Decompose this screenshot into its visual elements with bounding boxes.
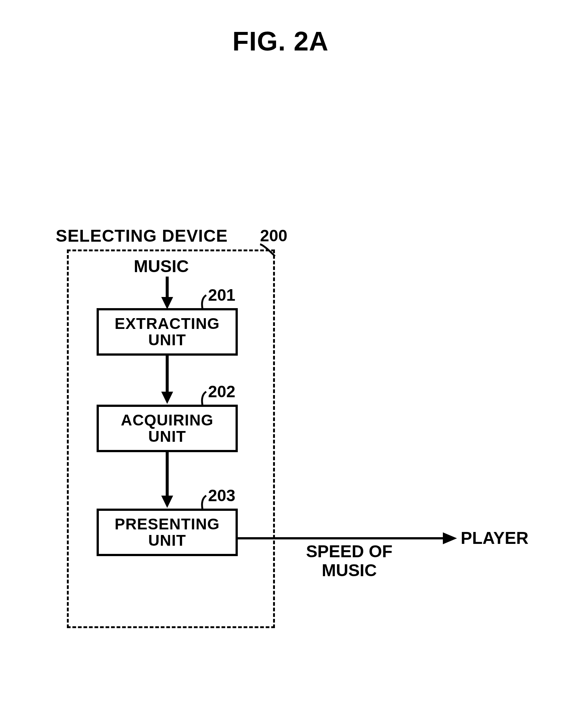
output-line2: MUSIC: [297, 561, 401, 580]
figure-title: FIG. 2A: [0, 26, 561, 56]
player-label: PLAYER: [461, 528, 528, 548]
selecting-device-container: SELECTING DEVICE 200 MUSIC EXTRACTING UN…: [37, 230, 275, 635]
output-text: SPEED OF MUSIC: [297, 542, 401, 580]
presenting-line2: UNIT: [99, 532, 236, 549]
output-line1: SPEED OF: [297, 542, 401, 561]
leader-203: [37, 230, 297, 527]
svg-marker-7: [443, 532, 457, 544]
